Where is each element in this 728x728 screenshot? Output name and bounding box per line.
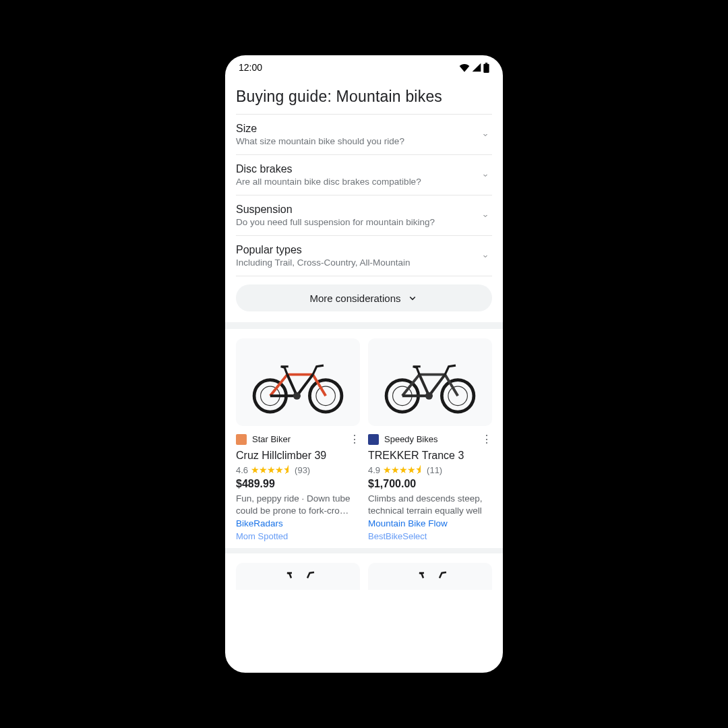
svg-rect-0 [483,63,489,72]
battery-icon [483,63,489,73]
accordion-title: Disc brakes [236,163,479,175]
accordion-subtitle: Do you need full suspension for mountain… [236,217,479,227]
svg-point-11 [425,392,433,399]
more-considerations-button[interactable]: More considerations [236,284,492,311]
wifi-icon [459,63,470,72]
chevron-down-icon [479,128,492,142]
product-name: Cruz Hillclimber 39 [236,450,360,462]
product-image[interactable] [236,563,360,590]
more-menu-icon[interactable]: ⋮ [349,433,360,446]
product-image [368,338,492,426]
cell-signal-icon [472,63,481,72]
star-icons: ★★★★⯨ [383,464,424,475]
seller-name: Star Biker [252,434,344,444]
chevron-down-icon [479,249,492,263]
accordion-item-disc-brakes[interactable]: Disc brakes Are all mountain bike disc b… [236,155,492,195]
svg-rect-1 [485,63,487,64]
chevron-down-icon [479,169,492,182]
accordion-item-popular-types[interactable]: Popular types Including Trail, Cross-Cou… [236,236,492,276]
accordion-item-size[interactable]: Size What size mountain bike should you … [236,115,492,155]
source-link[interactable]: Mountain Bike Flow [368,518,492,528]
product-price: $1,700.00 [368,478,492,490]
bike-icon [390,563,471,590]
chevron-down-icon [479,209,492,222]
more-menu-icon[interactable]: ⋮ [481,433,492,446]
product-blurb: Fun, peppy ride · Down tube could be pro… [236,493,360,517]
product-price: $489.99 [236,478,360,490]
accordion-subtitle: Including Trail, Cross-Country, All-Moun… [236,257,479,268]
accordion-subtitle: Are all mountain bike disc brakes compat… [236,177,479,187]
bike-icon [257,563,338,590]
product-grid-row2 [225,553,503,590]
seller-avatar [236,434,247,445]
review-count: (93) [295,465,310,475]
product-image [236,338,360,426]
source-link-secondary[interactable]: BestBikeSelect [368,531,492,541]
source-link[interactable]: BikeRadars [236,518,360,528]
product-name: TREKKER Trance 3 [368,450,492,462]
accordion-item-suspension[interactable]: Suspension Do you need full suspension f… [236,195,492,236]
section-divider [225,322,503,329]
seller-avatar [368,434,379,445]
svg-point-10 [448,386,468,406]
rating-value: 4.9 [368,465,380,475]
product-grid: Star Biker ⋮ Cruz Hillclimber 39 4.6 ★★★… [225,329,503,541]
status-icons [459,63,489,73]
page-title: Buying guide: Mountain bikes [225,74,503,114]
star-icons: ★★★★⯨ [251,464,292,475]
svg-point-4 [309,380,342,412]
product-blurb: Climbs and descends steep, technical ter… [368,493,492,517]
svg-point-5 [316,386,336,406]
status-bar: 12:00 [225,55,503,74]
accordion-list: Size What size mountain bike should you … [236,114,492,276]
accordion-subtitle: What size mountain bike should you ride? [236,136,479,146]
accordion-title: Popular types [236,244,479,256]
product-card[interactable]: Star Biker ⋮ Cruz Hillclimber 39 4.6 ★★★… [236,338,360,541]
rating-row: 4.9 ★★★★⯨ (11) [368,464,492,475]
svg-point-9 [442,380,474,412]
seller-row: Speedy Bikes ⋮ [368,433,492,446]
source-link-secondary[interactable]: Mom Spotted [236,531,360,541]
chevron-down-icon [406,292,419,304]
bike-icon [376,351,484,415]
review-count: (11) [427,465,442,475]
seller-name: Speedy Bikes [384,434,476,444]
svg-point-6 [293,392,301,399]
phone-frame: 12:00 Buying guide: Mountain bikes Size … [217,47,511,681]
more-button-label: More considerations [309,293,400,304]
status-time: 12:00 [239,62,262,73]
product-image[interactable] [368,563,492,590]
rating-row: 4.6 ★★★★⯨ (93) [236,464,360,475]
section-divider [225,548,503,553]
accordion-title: Suspension [236,204,479,216]
rating-value: 4.6 [236,465,248,475]
product-card[interactable]: Speedy Bikes ⋮ TREKKER Trance 3 4.9 ★★★★… [368,338,492,541]
accordion-title: Size [236,123,479,135]
seller-row: Star Biker ⋮ [236,433,360,446]
bike-icon [244,351,352,415]
